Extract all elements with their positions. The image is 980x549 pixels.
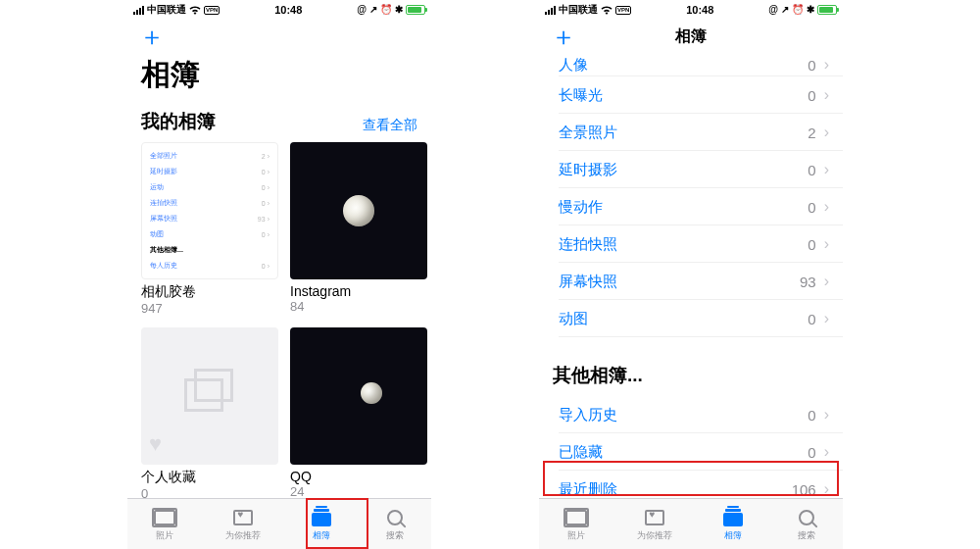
chevron-right-icon: › — [824, 480, 829, 498]
list-row[interactable]: 延时摄影 0› — [539, 151, 843, 188]
for-you-icon — [233, 510, 253, 525]
phone-screenshot-right: 中国联通 VPN 10:48 @ ↗ ⏰ ✱ ＋ 相簿 人像 0› 长曝 — [539, 0, 843, 549]
row-label: 长曝光 — [559, 86, 603, 105]
tab-search[interactable]: 搜索 — [794, 507, 819, 542]
row-count: 0 — [808, 236, 815, 253]
tab-label: 相簿 — [313, 529, 330, 542]
photos-icon — [154, 510, 175, 525]
other-albums-header: 其他相簿... — [539, 337, 843, 396]
list-row[interactable]: 人像 0› — [539, 53, 843, 76]
row-label: 屏幕快照 — [559, 273, 617, 291]
carrier-label: 中国联通 — [147, 3, 186, 17]
row-count: 0 — [808, 311, 815, 327]
status-bar: 中国联通 VPN 10:48 @ ↗ ⏰ ✱ — [539, 0, 843, 20]
chevron-right-icon: › — [824, 161, 829, 178]
location-icon: ↗ — [781, 5, 789, 15]
tab-label: 搜索 — [386, 529, 404, 542]
list-row[interactable]: 导入历史 0› — [539, 396, 843, 433]
chevron-right-icon: › — [824, 86, 829, 104]
battery-icon — [817, 5, 837, 15]
album-thumbnail — [290, 142, 427, 279]
row-label: 已隐藏 — [559, 443, 603, 462]
album-card-qq[interactable]: QQ 24 — [290, 327, 427, 501]
vpn-badge: VPN — [204, 6, 220, 15]
tab-albums[interactable]: 相簿 — [720, 507, 746, 542]
row-label: 延时摄影 — [559, 161, 617, 179]
bluetooth-icon: ✱ — [807, 5, 814, 15]
tab-photos[interactable]: 照片 — [564, 507, 589, 542]
add-album-button[interactable]: ＋ — [551, 24, 576, 49]
alarm-icon: ⏰ — [380, 5, 392, 15]
chevron-right-icon: › — [824, 310, 829, 327]
chevron-right-icon: › — [824, 443, 829, 461]
tab-label: 照片 — [567, 529, 585, 542]
row-count: 0 — [808, 87, 815, 104]
tab-for-you[interactable]: 为你推荐 — [225, 507, 261, 542]
tab-label: 相簿 — [724, 529, 742, 542]
album-types-list[interactable]: 人像 0› 长曝光 0› 全景照片 2› 延时摄影 0› 慢动作 0› 连拍快照… — [539, 53, 843, 549]
row-count: 0 — [808, 407, 815, 424]
list-row[interactable]: 全景照片 2› — [539, 114, 843, 151]
signal-icon — [133, 6, 144, 15]
phone-screenshot-left: 中国联通 VPN 10:48 @ ↗ ⏰ ✱ ＋ 相簿 我的相簿 查看全部 — [127, 0, 431, 549]
row-label: 慢动作 — [559, 198, 603, 217]
album-title: 相机胶卷 — [141, 283, 278, 301]
list-row[interactable]: 屏幕快照 93› — [539, 263, 843, 300]
album-card-favorites[interactable]: ♥ 个人收藏 0 — [141, 327, 278, 501]
see-all-link[interactable]: 查看全部 — [363, 117, 417, 134]
section-title: 我的相簿 — [141, 109, 216, 134]
album-thumbnail: 全部照片2 › 延时摄影0 › 运动0 › 连拍快照0 › 屏幕快照93 › 动… — [141, 142, 278, 279]
row-label: 最近删除 — [559, 480, 617, 499]
status-time: 10:48 — [274, 4, 302, 16]
row-count: 0 — [808, 162, 815, 178]
nav-bar: ＋ 相簿 — [539, 20, 843, 53]
album-title: 个人收藏 — [141, 469, 278, 486]
heart-icon: ♥ — [149, 431, 162, 457]
add-album-button[interactable]: ＋ — [139, 24, 165, 49]
album-count: 84 — [290, 299, 427, 314]
row-count: 0 — [808, 57, 815, 74]
my-albums-header: 我的相簿 查看全部 — [127, 103, 431, 138]
battery-icon — [406, 5, 425, 15]
album-title: Instagram — [290, 283, 427, 299]
list-row[interactable]: 连拍快照 0› — [539, 225, 843, 263]
tab-photos[interactable]: 照片 — [152, 507, 177, 542]
row-count: 2 — [808, 125, 815, 141]
list-row[interactable]: 动图 0› — [539, 300, 843, 337]
list-row[interactable]: 慢动作 0› — [539, 188, 843, 225]
tab-label: 搜索 — [798, 529, 815, 542]
album-thumbnail: ♥ — [141, 327, 278, 465]
row-label: 导入历史 — [559, 406, 617, 424]
album-card-instagram[interactable]: Instagram 84 — [290, 142, 427, 316]
tab-label: 照片 — [156, 529, 173, 542]
tab-albums[interactable]: 相簿 — [309, 507, 334, 542]
list-row[interactable]: 长曝光 0› — [539, 76, 843, 114]
tab-for-you[interactable]: 为你推荐 — [637, 507, 672, 542]
tab-label: 为你推荐 — [637, 529, 672, 542]
album-title: QQ — [290, 469, 427, 484]
album-card-camera-roll[interactable]: 全部照片2 › 延时摄影0 › 运动0 › 连拍快照0 › 屏幕快照93 › 动… — [141, 142, 278, 316]
page-title: 相簿 — [127, 53, 431, 103]
tab-search[interactable]: 搜索 — [382, 507, 408, 542]
wifi-icon — [601, 6, 612, 15]
chevron-right-icon: › — [824, 406, 829, 424]
bluetooth-icon: ✱ — [395, 5, 403, 15]
nav-bar: ＋ — [127, 20, 431, 53]
search-icon — [387, 510, 403, 525]
tab-label: 为你推荐 — [225, 529, 261, 542]
row-count: 0 — [808, 199, 815, 216]
row-count: 93 — [800, 274, 816, 290]
list-row[interactable]: 已隐藏 0› — [539, 433, 843, 471]
tab-bar: 照片 为你推荐 相簿 搜索 — [127, 498, 431, 549]
chevron-right-icon: › — [824, 124, 829, 141]
row-label: 全景照片 — [559, 124, 617, 142]
signal-icon — [545, 6, 556, 15]
status-time: 10:48 — [686, 4, 713, 16]
row-count: 0 — [808, 444, 815, 461]
photos-icon — [565, 510, 587, 525]
album-grid-row: 全部照片2 › 延时摄影0 › 运动0 › 连拍快照0 › 屏幕快照93 › 动… — [127, 138, 431, 318]
albums-icon — [723, 513, 743, 526]
tab-bar: 照片 为你推荐 相簿 搜索 — [539, 498, 843, 549]
row-label: 连拍快照 — [559, 235, 617, 254]
orientation-lock-icon: @ — [357, 5, 367, 15]
